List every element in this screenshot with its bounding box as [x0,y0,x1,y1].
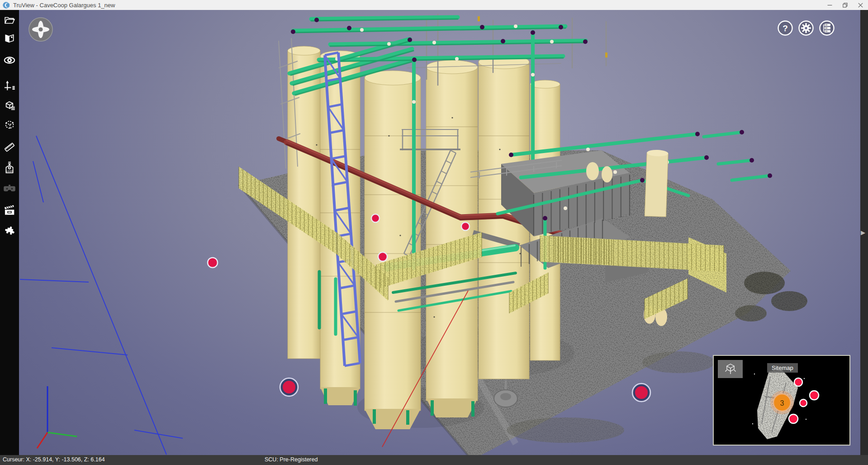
viewport-buttons: ? [777,20,835,36]
folder-open-icon [4,14,15,26]
question-icon: ? [783,24,788,33]
toolbar-limit-box-button[interactable] [0,116,19,133]
sitemap-scan-dot[interactable] [800,399,807,407]
sitemap-scan-dot[interactable] [810,391,819,400]
orbit-navigation-widget[interactable] [28,17,53,42]
ruler-icon [3,141,16,153]
scan-position-marker[interactable] [461,222,470,230]
toolbar-elevation-axis-button[interactable] [0,77,19,95]
viewport-3d[interactable]: ? [19,10,860,455]
viewpoint-list-button[interactable] [819,20,835,36]
sitemap-scan-dot[interactable] [794,378,802,386]
cursor-coordinates: Curseur: X: -25.914, Y: -13.506, Z: 6.16… [3,456,105,463]
toolbar-vr-mode-button[interactable] [0,179,19,197]
app-window: TruView - CaveCoop Galargues 1_new [0,0,868,465]
puzzle-icon [4,225,16,237]
toolbar-open-project-button[interactable] [0,12,19,29]
status-bar: Curseur: X: -25.914, Y: -13.506, Z: 6.16… [0,455,868,465]
ucs-triad [37,386,77,448]
sitemap-scan-dot[interactable] [789,414,798,423]
scan-position-marker[interactable] [371,214,379,222]
toolbar-measure-button[interactable] [0,139,19,156]
restore-button[interactable] [837,0,853,10]
cube-list-icon [4,99,16,111]
svg-text:LGSX: LGSX [6,170,13,173]
toolbar-panorama-view-button[interactable] [0,30,19,47]
scan-position-marker[interactable] [634,385,649,400]
panel-expand-arrow-icon[interactable]: ▶ [861,229,865,236]
toolbar-animation-button[interactable] [0,202,19,219]
dashed-cube-icon [4,119,16,131]
lgsx-tag-icon: LGSX [3,161,16,174]
current-position-label: 3 [780,399,784,407]
close-button[interactable] [853,0,868,10]
server-list-icon [824,24,830,32]
left-toolbar: LGSX [0,10,19,455]
sitemap-panel: 3 Sitemap [713,355,850,446]
help-button[interactable]: ? [777,20,793,36]
eye-icon [3,54,16,67]
vr-headset-icon [3,181,16,195]
cube-icon [723,362,738,376]
sitemap-title: Sitemap [767,363,798,373]
toolbar-lgsx-export-button[interactable]: LGSX [0,159,19,176]
scu-status: SCU: Pre-Registered [265,456,318,463]
scan-position-marker[interactable] [282,380,296,394]
toolbar-view-cube-button[interactable] [0,96,19,114]
truview-logo-icon [3,2,9,9]
scan-position-marker[interactable] [378,252,387,261]
clapperboard-icon [3,204,16,217]
settings-button[interactable] [798,20,814,36]
panorama-book-icon [4,33,15,44]
window-title: TruView - CaveCoop Galargues 1_new [13,2,115,9]
ucs-grid-lines [20,136,183,455]
minimize-button[interactable] [822,0,837,10]
sitemap-home-view-button[interactable] [718,360,743,378]
toolbar-plugins-button[interactable] [0,222,19,240]
title-bar: TruView - CaveCoop Galargues 1_new [0,0,868,10]
gear-icon [801,23,811,33]
scan-position-marker[interactable] [208,258,218,268]
axis-list-icon [3,80,16,92]
toolbar-visibility-button[interactable] [0,52,19,69]
right-panel-collapsed: ▶ [860,10,868,455]
window-controls [822,0,868,10]
